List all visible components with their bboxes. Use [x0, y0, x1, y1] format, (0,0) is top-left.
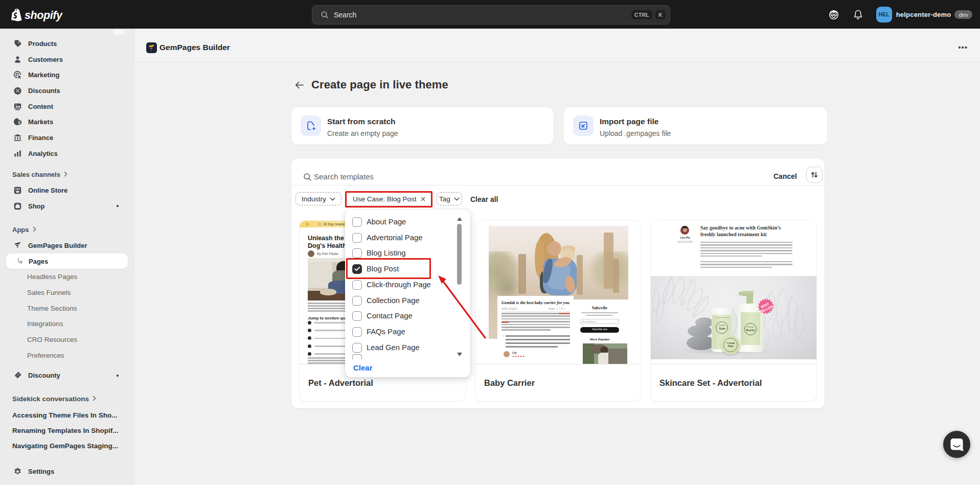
svg-text:shopify: shopify: [25, 9, 63, 21]
